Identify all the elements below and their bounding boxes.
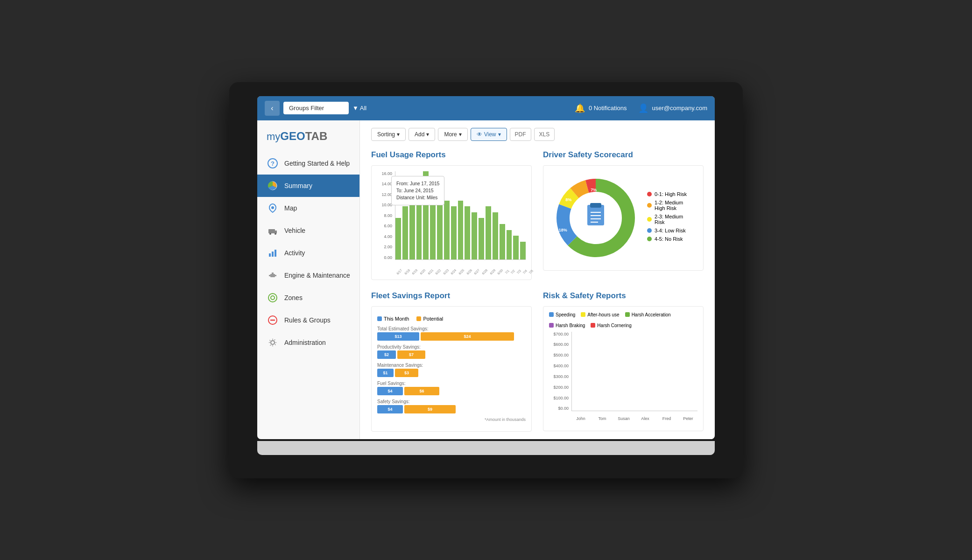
chevron-down-icon-add: ▾ — [426, 131, 429, 138]
svg-point-5 — [269, 233, 271, 235]
savings-bar-potential: $3 — [395, 369, 418, 377]
svg-point-18 — [271, 341, 275, 344]
logo-my: my — [267, 131, 280, 142]
donut-legend: 0-1: High Risk1-2: Medium High Risk2-3: … — [647, 191, 693, 245]
risk-bars-area — [571, 332, 697, 411]
sorting-button[interactable]: Sorting ▾ — [371, 128, 406, 141]
risk-x-label: Tom — [593, 412, 612, 425]
legend-item: 4-5: No Risk — [647, 236, 693, 242]
fuel-bar — [500, 224, 505, 259]
pdf-button[interactable]: PDF — [510, 128, 531, 141]
all-dropdown[interactable]: ▼ All — [352, 105, 366, 112]
chart-icon — [267, 247, 279, 259]
chevron-down-icon: ▾ — [397, 131, 400, 138]
view-button[interactable]: 👁 View ▾ — [471, 128, 507, 141]
map-icon — [267, 202, 279, 214]
risk-legend-item: After-hours use — [581, 312, 619, 317]
risk-y-axis: $700.00$600.00$500.00$400.00$300.00$200.… — [549, 332, 571, 411]
bell-icon: 🔔 — [575, 103, 585, 113]
chevron-down-icon-view: ▾ — [498, 131, 501, 138]
fuel-bar — [395, 218, 401, 259]
risk-safety-title: Risk & Safety Reports — [543, 291, 704, 301]
toolbar: Sorting ▾ Add ▾ More ▾ 👁 View ▾ — [371, 128, 704, 141]
fuel-tooltip: From: June 17, 2015 To: June 24, 2015 Di… — [391, 176, 444, 205]
risk-x-label: Susan — [614, 412, 633, 425]
risk-chart: $700.00$600.00$500.00$400.00$300.00$200.… — [549, 332, 697, 425]
truck-icon — [267, 224, 279, 237]
fuel-bar — [451, 206, 457, 259]
svg-rect-9 — [275, 250, 276, 257]
risk-x-labels: JohnTomSusanAlexFredPeter — [571, 412, 697, 425]
savings-row: Safety Savings: $4 $9 — [377, 399, 526, 413]
sidebar-item-label-map: Map — [284, 204, 297, 212]
fuel-x-label: 6/27 — [473, 268, 480, 275]
savings-legend-item: Potential — [416, 316, 443, 322]
user-icon: 👤 — [638, 103, 648, 113]
sidebar-item-getting-started[interactable]: ? Getting Started & Help — [257, 152, 359, 175]
fuel-x-labels: 6/176/186/196/206/216/226/236/246/256/26… — [395, 261, 526, 274]
fuel-bar — [444, 201, 450, 259]
excel-button[interactable]: XLS — [534, 128, 555, 141]
legend-item: 0-1: High Risk — [647, 191, 693, 197]
fleet-savings-section: Fleet Savings Report This MonthPotential… — [371, 291, 532, 432]
savings-note: *Amount in thousands — [377, 417, 526, 422]
fuel-x-label: 6/25 — [458, 268, 465, 275]
svg-rect-10 — [270, 274, 275, 277]
fuel-bar-chart: From: June 17, 2015 To: June 24, 2015 Di… — [377, 171, 526, 274]
sidebar-item-administration[interactable]: Administration — [257, 331, 359, 354]
svg-text:?: ? — [271, 160, 275, 167]
fuel-bar — [479, 218, 484, 259]
legend-item: 2-3: Medium Risk — [647, 214, 693, 225]
sidebar-item-label-administration: Administration — [284, 339, 326, 346]
risk-safety-section: Risk & Safety Reports SpeedingAfter-hour… — [543, 291, 704, 432]
sidebar-item-zones[interactable]: Zones — [257, 287, 359, 309]
sidebar-item-engine[interactable]: Engine & Maintenance — [257, 264, 359, 287]
sidebar-item-activity[interactable]: Activity — [257, 242, 359, 264]
fuel-x-label: 6/23 — [443, 268, 450, 275]
user-area[interactable]: 👤 user@company.com — [638, 103, 707, 113]
fuel-bar — [507, 230, 512, 259]
logo-geo: GEO — [280, 130, 305, 142]
driver-safety-title: Driver Safety Scorecard — [543, 150, 704, 160]
fuel-x-label: 6/26 — [466, 268, 473, 275]
sidebar-item-label-rules: Rules & Groups — [284, 316, 331, 324]
risk-safety-chart: SpeedingAfter-hours useHarsh Acceleratio… — [543, 306, 704, 431]
eye-icon: 👁 — [477, 131, 482, 138]
sidebar-item-label-engine: Engine & Maintenance — [284, 272, 350, 279]
svg-point-6 — [275, 233, 276, 235]
savings-legend: This MonthPotential — [377, 316, 526, 322]
sidebar: myGEOTAB ? Getting Started & Help — [257, 120, 360, 439]
savings-bar-thismonth: $1 — [377, 369, 394, 377]
sidebar-item-label-zones: Zones — [284, 294, 303, 301]
sidebar-item-map[interactable]: Map — [257, 197, 359, 219]
chevron-down-icon-more: ▾ — [459, 131, 462, 138]
risk-x-label: John — [571, 412, 590, 425]
sidebar-item-vehicle[interactable]: Vehicle — [257, 219, 359, 242]
logo-tab: TAB — [305, 130, 328, 142]
fuel-bar — [465, 206, 470, 259]
question-icon: ? — [267, 157, 279, 169]
fuel-x-label: 6/19 — [411, 268, 418, 275]
fuel-x-label: 6/18 — [404, 268, 411, 275]
notifications-area[interactable]: 🔔 0 Notifications — [575, 103, 627, 113]
svg-rect-11 — [269, 275, 270, 276]
charts-grid: Fuel Usage Reports From: June 17, 2015 T… — [371, 150, 704, 432]
svg-rect-8 — [272, 252, 274, 257]
back-button[interactable]: ‹ — [265, 101, 280, 116]
main-layout: myGEOTAB ? Getting Started & Help — [257, 120, 715, 439]
fuel-bar — [402, 206, 408, 259]
fuel-x-label: 7/1 — [504, 269, 510, 274]
fuel-x-label: 6/21 — [427, 268, 434, 275]
savings-rows: Total Estimated Savings: $13 $24 Product… — [377, 326, 526, 413]
groups-filter-input[interactable]: Groups Filter — [283, 102, 349, 114]
add-button[interactable]: Add ▾ — [409, 128, 435, 141]
more-button[interactable]: More ▾ — [438, 128, 467, 141]
sidebar-item-label-summary: Summary — [284, 182, 312, 189]
risk-legend-item: Harsh Cornering — [591, 323, 631, 328]
fuel-x-label: 7/2 — [510, 269, 516, 274]
svg-point-14 — [268, 294, 277, 302]
svg-rect-7 — [269, 253, 271, 257]
sidebar-item-rules[interactable]: Rules & Groups — [257, 309, 359, 331]
sidebar-item-summary[interactable]: Summary — [257, 175, 359, 197]
svg-point-15 — [271, 296, 275, 300]
